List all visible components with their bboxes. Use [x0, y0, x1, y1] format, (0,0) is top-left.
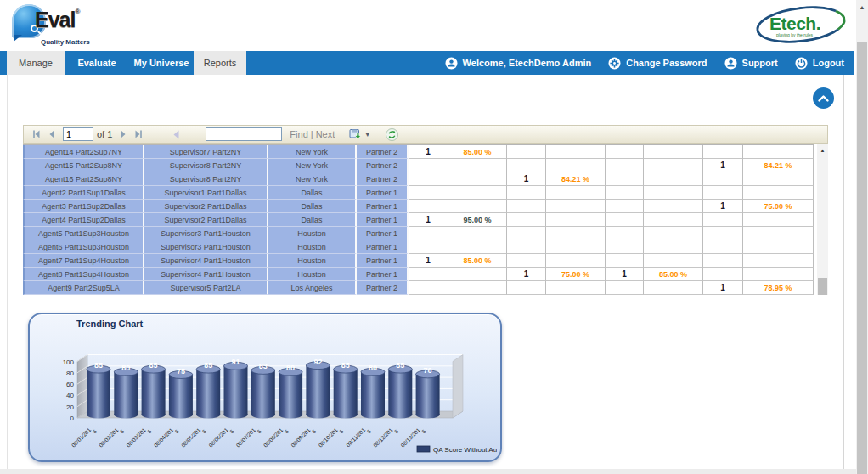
value-cell [743, 268, 814, 281]
value-cell [546, 254, 606, 268]
value-cell [448, 268, 507, 281]
table-row[interactable]: Agent2 Part1Sup1Dallas Supervisor1 Part1… [23, 186, 814, 200]
value-cell [546, 200, 606, 213]
value-cell: 1 [409, 145, 448, 159]
welcome-user[interactable]: Welcome, EtechDemo Admin [445, 57, 592, 70]
chart-bar [87, 370, 110, 415]
value-cell: 85.00 % [644, 268, 703, 281]
value-cell [644, 172, 703, 186]
table-row[interactable]: Agent7 Part1Sup4Houston Supervisor4 Part… [23, 254, 814, 268]
x-axis-label: 08/12/2016 [372, 424, 399, 451]
agent-cell: Agent9 Part2Sup5LA [23, 281, 144, 295]
page-number-input[interactable] [63, 127, 93, 141]
bar-value-label: 80 [121, 364, 130, 372]
value-cell [507, 145, 546, 159]
next-link[interactable]: Next [316, 129, 335, 139]
value-cell [644, 200, 703, 213]
table-row[interactable]: Agent14 Part2Sup7NY Supervisor7 Part2NY … [23, 145, 814, 159]
trending-chart: 0204060801008508/01/20168008/02/20168508… [38, 330, 497, 459]
value-cell: 84.21 % [743, 159, 814, 172]
table-scrollbar[interactable]: ▲ [817, 144, 828, 295]
bar-value-label: 80 [369, 364, 377, 372]
export-dropdown-button[interactable]: ▼ [349, 128, 370, 140]
location-cell: New York [268, 145, 357, 159]
scroll-to-top-button[interactable] [813, 87, 834, 109]
logout-label: Logout [813, 58, 844, 68]
table-row[interactable]: Agent5 Part1Sup3Houston Supervisor3 Part… [23, 227, 814, 240]
first-page-button[interactable] [29, 127, 44, 142]
refresh-button[interactable] [384, 127, 399, 142]
value-cell [409, 172, 448, 186]
value-cell [606, 254, 644, 268]
page-scrollbar[interactable]: ▲ [856, 0, 868, 474]
value-cell [507, 281, 546, 295]
partner-cell: Partner 1 [357, 254, 409, 268]
report-toolbar: of 1 Find | Next ▼ [23, 125, 828, 144]
location-cell: New York [268, 172, 357, 186]
table-row[interactable]: Agent4 Part1Sup2Dallas Supervisor2 Part1… [23, 213, 814, 227]
x-axis-label: 08/07/2016 [235, 424, 262, 451]
value-cell: 84.21 % [546, 172, 606, 186]
tab-my-universe[interactable]: My Universe [129, 51, 194, 75]
agent-cell: Agent6 Part1Sup3Houston [23, 240, 144, 254]
gear-icon [608, 57, 621, 70]
agent-cell: Agent7 Part1Sup4Houston [23, 254, 144, 268]
change-password[interactable]: Change Password [608, 57, 707, 70]
last-page-button[interactable] [131, 127, 146, 142]
table-row[interactable]: Agent8 Part1Sup4Houston Supervisor4 Part… [23, 268, 814, 281]
back-to-parent-button[interactable] [168, 127, 183, 142]
value-cell [448, 159, 507, 172]
find-link[interactable]: Find [290, 129, 307, 139]
value-cell [703, 145, 743, 159]
table-scroll-up-icon[interactable]: ▲ [817, 144, 828, 155]
table-row[interactable]: Agent16 Part2Sup8NY Supervisor8 Part2NY … [23, 172, 814, 186]
page-scrollbar-thumb[interactable] [857, 42, 867, 474]
export-save-icon [349, 128, 362, 140]
page-scroll-up-icon[interactable]: ▲ [856, 0, 868, 14]
chart-bar [361, 372, 385, 415]
location-cell: Dallas [268, 213, 357, 227]
value-cell [507, 240, 546, 254]
value-cell [546, 240, 606, 254]
y-tick-label: 100 [63, 358, 75, 366]
location-cell: Los Angeles [268, 281, 357, 295]
x-axis-label: 08/10/2016 [317, 424, 344, 451]
partner-cell: Partner 2 [357, 172, 409, 186]
find-text-input[interactable] [206, 127, 282, 141]
value-cell [448, 200, 507, 213]
tab-reports[interactable]: Reports [194, 51, 246, 75]
legend-label: QA Score Without Autofail [433, 446, 497, 454]
y-tick-label: 40 [66, 392, 74, 399]
supervisor-cell: Supervisor7 Part2NY [144, 145, 268, 159]
y-tick-label: 0 [70, 415, 75, 422]
tab-manage[interactable]: Manage [7, 51, 65, 75]
prev-page-button[interactable] [44, 127, 59, 142]
table-row[interactable]: Agent15 Part2Sup8NY Supervisor8 Part2NY … [23, 159, 814, 172]
table-row[interactable]: Agent6 Part1Sup3Houston Supervisor3 Part… [23, 240, 814, 254]
value-cell [546, 186, 606, 200]
table-row[interactable]: Agent9 Part2Sup5LA Supervisor5 Part2LA L… [23, 281, 814, 295]
tab-evaluate[interactable]: Evaluate [65, 51, 129, 75]
change-password-label: Change Password [626, 58, 707, 68]
last-page-icon [133, 129, 144, 139]
location-cell: Houston [268, 254, 357, 268]
chart-bar [196, 370, 220, 415]
x-axis-label: 08/11/2016 [345, 424, 372, 451]
value-cell [644, 159, 703, 172]
support[interactable]: Support [724, 57, 778, 70]
value-cell [644, 281, 703, 295]
location-cell: New York [268, 159, 357, 172]
value-cell [507, 227, 546, 240]
logout[interactable]: Logout [795, 57, 844, 70]
value-cell [606, 281, 644, 295]
table-row[interactable]: Agent3 Part1Sup2Dallas Supervisor2 Part1… [23, 200, 814, 213]
prev-page-icon [47, 129, 57, 139]
table-scrollbar-thumb[interactable] [818, 278, 827, 295]
x-axis-label: 08/01/2016 [70, 424, 98, 451]
value-cell [546, 281, 606, 295]
next-page-button[interactable] [116, 127, 131, 142]
y-tick-label: 80 [66, 370, 74, 377]
value-cell [409, 240, 448, 254]
value-cell [507, 186, 546, 200]
value-cell [743, 240, 814, 254]
